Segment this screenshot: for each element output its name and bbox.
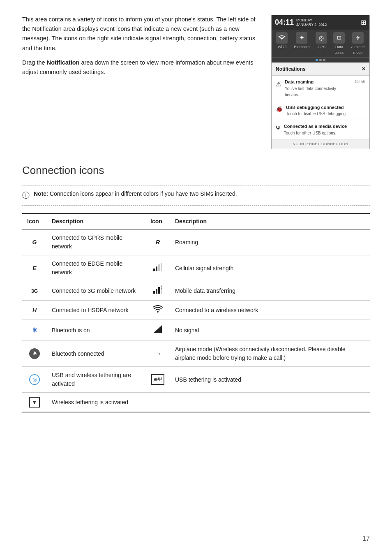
desc-gprs: Connected to GPRS mobile network bbox=[47, 229, 145, 255]
table-row: E Connected to EDGE mobile network Cellu… bbox=[22, 255, 370, 281]
notif-usb-debug-subtitle: Touch to disable USB debugging. bbox=[286, 111, 365, 117]
empty-icon-cell bbox=[145, 393, 170, 412]
svg-marker-9 bbox=[154, 325, 162, 333]
signal-bars-icon bbox=[153, 263, 162, 271]
phone-date-line1: MONDAY bbox=[296, 18, 327, 23]
notif-media-device-title: Connected as a media device bbox=[284, 123, 365, 130]
table-header-row: Icon Description Icon Description bbox=[22, 213, 370, 229]
no-signal-icon bbox=[154, 325, 162, 333]
notifications-close-button[interactable]: × bbox=[362, 65, 365, 73]
qs-wifi[interactable]: Wi-Fi bbox=[276, 32, 288, 56]
icon-airplane: → bbox=[145, 341, 170, 367]
svg-rect-2 bbox=[158, 264, 160, 271]
qs-data[interactable]: ⊡ Dataconn. bbox=[333, 32, 345, 56]
phone-notification-mockup: 04:11 MONDAY JANUARY 2, 2012 ⊞ bbox=[271, 15, 370, 149]
qs-bluetooth[interactable]: ✦ Bluetooth bbox=[294, 32, 309, 56]
svg-rect-6 bbox=[158, 287, 160, 294]
icon-bluetooth-connected: ✴ bbox=[22, 341, 47, 367]
airplane-qs-icon: ✈ bbox=[352, 32, 364, 44]
svg-rect-1 bbox=[156, 266, 157, 271]
desc-wifi: Connected to a wireless network bbox=[170, 301, 370, 320]
icon-e: E bbox=[22, 255, 47, 281]
table-row: G Connected to GPRS mobile network R Roa… bbox=[22, 229, 370, 255]
table-row: 3G Connected to 3G mobile network bbox=[22, 281, 370, 301]
gps-qs-icon: ◎ bbox=[316, 32, 327, 44]
desc-bluetooth-connected: Bluetooth connected bbox=[47, 341, 145, 367]
qs-bluetooth-label: Bluetooth bbox=[294, 44, 309, 50]
mobile-data-bars-icon bbox=[153, 285, 162, 294]
notif-item-usb-debug[interactable]: 🐞 USB debugging connected Touch to disab… bbox=[272, 101, 369, 120]
connection-icons-table: Icon Description Icon Description G Conn… bbox=[22, 213, 370, 412]
wifi-icon bbox=[153, 305, 163, 313]
svg-rect-3 bbox=[161, 263, 162, 271]
bluetooth-qs-icon: ✦ bbox=[296, 32, 307, 44]
notif-warning-icon: ⚠ bbox=[276, 79, 281, 89]
icon-usb-wireless-tether: ◎ bbox=[22, 367, 47, 393]
wireless-tether-icon: ▼ bbox=[29, 397, 40, 408]
phone-status-bar: 04:11 MONDAY JANUARY 2, 2012 ⊞ bbox=[272, 15, 369, 30]
col-header-icon1: Icon bbox=[22, 213, 47, 229]
col-header-icon2: Icon bbox=[145, 213, 170, 229]
phone-signal-icon: ⊞ bbox=[361, 18, 366, 28]
qs-gps-label: GPS bbox=[318, 44, 325, 50]
table-row: ◎ USB and wireless tethering are activat… bbox=[22, 367, 370, 393]
desc-cellular-signal: Cellular signal strength bbox=[170, 255, 370, 281]
icon-mobile-data-bars bbox=[145, 281, 170, 301]
qs-gps[interactable]: ◎ GPS bbox=[316, 32, 327, 56]
section-title: Connection icons bbox=[22, 162, 370, 178]
svg-rect-5 bbox=[156, 289, 157, 294]
phone-time: 04:11 bbox=[275, 17, 294, 28]
icon-wifi bbox=[145, 301, 170, 320]
desc-bluetooth-on: Bluetooth is on bbox=[47, 320, 145, 341]
desc-no-signal: No signal bbox=[170, 320, 370, 341]
svg-point-8 bbox=[157, 311, 159, 313]
icon-r: R bbox=[145, 229, 170, 255]
col-header-desc1: Description bbox=[47, 213, 145, 229]
notif-usb-debug-title: USB debugging connected bbox=[286, 104, 365, 111]
data-qs-icon: ⊡ bbox=[333, 32, 345, 44]
usb-tether-icon: ⊕Ψ bbox=[151, 374, 164, 385]
svg-rect-7 bbox=[161, 285, 162, 294]
svg-rect-0 bbox=[153, 269, 155, 271]
icon-h: H bbox=[22, 301, 47, 320]
qs-airplane[interactable]: ✈ Airplanemode bbox=[351, 32, 364, 56]
notif-media-device-subtitle: Touch for other USB options. bbox=[284, 130, 365, 136]
notification-bold: Notification bbox=[47, 59, 80, 66]
qs-dot-3 bbox=[323, 59, 325, 61]
usb-wireless-tether-icon: ◎ bbox=[29, 374, 40, 385]
no-internet-footer: NO INTERNET CONNECTION bbox=[272, 139, 369, 149]
quick-settings-bar: Wi-Fi ✦ Bluetooth ◎ GPS ⊡ Dataconn. ✈ Ai… bbox=[272, 30, 369, 58]
notif-data-roaming-subtitle: You've lost data connectivity becaus... bbox=[285, 86, 352, 98]
notif-data-roaming-time: 03:56 bbox=[355, 79, 365, 85]
icon-no-signal bbox=[145, 320, 170, 341]
col-header-desc2: Description bbox=[170, 213, 370, 229]
qs-data-label: Dataconn. bbox=[334, 44, 344, 56]
qs-page-dots bbox=[272, 58, 369, 63]
icon-bluetooth: ✴ bbox=[22, 320, 47, 341]
qs-wifi-label: Wi-Fi bbox=[278, 44, 286, 50]
intro-para2: Drag the Notification area down the scre… bbox=[22, 58, 261, 77]
bluetooth-conn-circle-icon: ✴ bbox=[29, 348, 40, 359]
desc-mobile-data: Mobile data transferring bbox=[170, 281, 370, 301]
note-text: Note: Connection icons appear in differe… bbox=[34, 190, 237, 198]
notifications-title: Notifications bbox=[276, 65, 306, 73]
desc-3g: Connected to 3G mobile network bbox=[47, 281, 145, 301]
desc-hsdpa: Connected to HSDPA network bbox=[47, 301, 145, 320]
airplane-mode-icon: → bbox=[154, 350, 161, 358]
qs-airplane-label: Airplanemode bbox=[351, 44, 364, 56]
notif-item-media-device[interactable]: Ψ Connected as a media device Touch for … bbox=[272, 120, 369, 139]
notif-data-roaming-title: Data roaming bbox=[285, 79, 352, 86]
icon-usb-tether: ⊕Ψ bbox=[145, 367, 170, 393]
desc-wireless-tether: Wireless tethering is activated bbox=[47, 393, 145, 412]
connection-icons-section: Connection icons ⓘ Note: Connection icon… bbox=[22, 162, 370, 412]
table-row: ✴ Bluetooth is on No signal bbox=[22, 320, 370, 341]
icon-3g: 3G bbox=[22, 281, 47, 301]
table-row: H Connected to HSDPA network Connected t… bbox=[22, 301, 370, 320]
icon-wireless-tether: ▼ bbox=[22, 393, 47, 412]
qs-dot-2 bbox=[319, 59, 322, 61]
desc-usb-tether: USB tethering is activated bbox=[170, 367, 370, 393]
wifi-qs-icon bbox=[276, 32, 288, 44]
intro-text: This area contains a variety of icons to… bbox=[22, 15, 261, 149]
notif-item-data-roaming[interactable]: ⚠ Data roaming You've lost data connecti… bbox=[272, 76, 369, 101]
note-box: ⓘ Note: Connection icons appear in diffe… bbox=[22, 185, 370, 206]
